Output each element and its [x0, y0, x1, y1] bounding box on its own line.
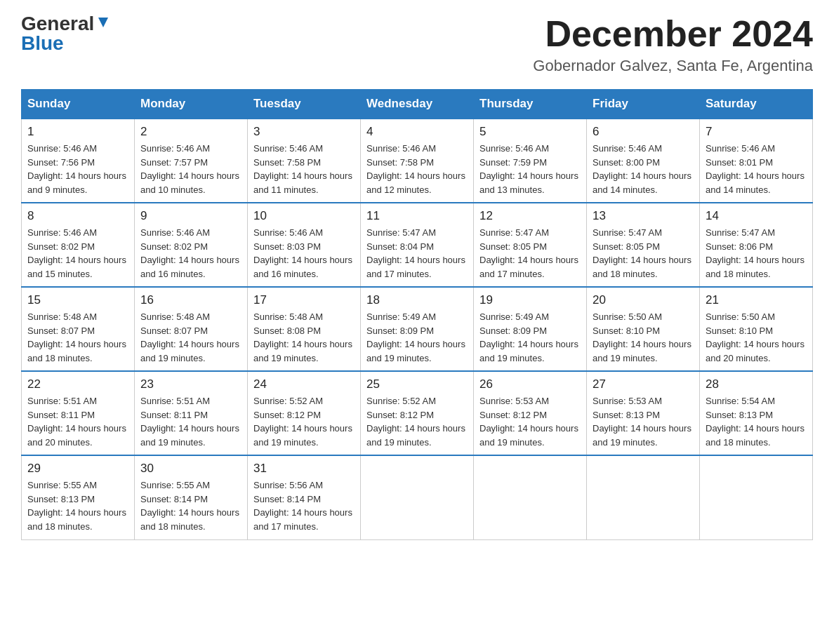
day-number: 19 — [479, 293, 581, 307]
calendar-header-tuesday: Tuesday — [248, 90, 361, 119]
calendar-day-cell: 6 Sunrise: 5:46 AMSunset: 8:00 PMDayligh… — [587, 119, 700, 203]
calendar-day-cell: 30 Sunrise: 5:55 AMSunset: 8:14 PMDaylig… — [135, 455, 248, 539]
day-info: Sunrise: 5:52 AMSunset: 8:12 PMDaylight:… — [253, 394, 355, 449]
day-info: Sunrise: 5:48 AMSunset: 8:07 PMDaylight:… — [27, 310, 128, 365]
title-section: December 2024 Gobernador Galvez, Santa F… — [533, 14, 813, 75]
day-info: Sunrise: 5:46 AMSunset: 8:01 PMDaylight:… — [706, 142, 807, 196]
day-number: 3 — [253, 125, 355, 139]
day-info: Sunrise: 5:46 AMSunset: 7:58 PMDaylight:… — [366, 142, 468, 196]
calendar-day-cell — [700, 455, 813, 539]
calendar-week-row: 8 Sunrise: 5:46 AMSunset: 8:02 PMDayligh… — [22, 203, 813, 287]
day-info: Sunrise: 5:46 AMSunset: 8:03 PMDaylight:… — [253, 226, 355, 281]
day-info: Sunrise: 5:56 AMSunset: 8:14 PMDaylight:… — [253, 478, 355, 533]
calendar-day-cell: 9 Sunrise: 5:46 AMSunset: 8:02 PMDayligh… — [135, 203, 248, 287]
day-number: 5 — [479, 125, 581, 139]
calendar-day-cell: 4 Sunrise: 5:46 AMSunset: 7:58 PMDayligh… — [361, 119, 474, 203]
day-info: Sunrise: 5:50 AMSunset: 8:10 PMDaylight:… — [593, 310, 694, 365]
day-number: 4 — [366, 125, 468, 139]
calendar-day-cell: 23 Sunrise: 5:51 AMSunset: 8:11 PMDaylig… — [135, 371, 248, 455]
calendar-header-wednesday: Wednesday — [361, 90, 474, 119]
day-info: Sunrise: 5:47 AMSunset: 8:05 PMDaylight:… — [479, 226, 581, 281]
calendar-day-cell: 21 Sunrise: 5:50 AMSunset: 8:10 PMDaylig… — [700, 287, 813, 371]
calendar-day-cell: 19 Sunrise: 5:49 AMSunset: 8:09 PMDaylig… — [474, 287, 587, 371]
day-number: 24 — [253, 377, 355, 391]
day-info: Sunrise: 5:46 AMSunset: 7:57 PMDaylight:… — [140, 142, 241, 196]
calendar-day-cell: 15 Sunrise: 5:48 AMSunset: 8:07 PMDaylig… — [22, 287, 135, 371]
calendar-week-row: 1 Sunrise: 5:46 AMSunset: 7:56 PMDayligh… — [22, 119, 813, 203]
day-number: 10 — [253, 209, 355, 223]
calendar-day-cell: 22 Sunrise: 5:51 AMSunset: 8:11 PMDaylig… — [22, 371, 135, 455]
calendar-day-cell: 10 Sunrise: 5:46 AMSunset: 8:03 PMDaylig… — [248, 203, 361, 287]
calendar-header-friday: Friday — [587, 90, 700, 119]
day-info: Sunrise: 5:53 AMSunset: 8:13 PMDaylight:… — [593, 394, 694, 449]
svg-marker-0 — [98, 18, 108, 27]
day-info: Sunrise: 5:51 AMSunset: 8:11 PMDaylight:… — [140, 394, 241, 449]
calendar-week-row: 15 Sunrise: 5:48 AMSunset: 8:07 PMDaylig… — [22, 287, 813, 371]
calendar-day-cell: 17 Sunrise: 5:48 AMSunset: 8:08 PMDaylig… — [248, 287, 361, 371]
day-info: Sunrise: 5:47 AMSunset: 8:06 PMDaylight:… — [706, 226, 807, 281]
calendar-day-cell: 14 Sunrise: 5:47 AMSunset: 8:06 PMDaylig… — [700, 203, 813, 287]
logo: General Blue — [21, 14, 111, 53]
day-number: 28 — [706, 377, 807, 391]
calendar-day-cell: 26 Sunrise: 5:53 AMSunset: 8:12 PMDaylig… — [474, 371, 587, 455]
day-number: 14 — [706, 209, 807, 223]
calendar-table: SundayMondayTuesdayWednesdayThursdayFrid… — [21, 89, 813, 540]
day-info: Sunrise: 5:46 AMSunset: 7:59 PMDaylight:… — [479, 142, 581, 196]
day-number: 2 — [140, 125, 241, 139]
calendar-day-cell: 18 Sunrise: 5:49 AMSunset: 8:09 PMDaylig… — [361, 287, 474, 371]
day-info: Sunrise: 5:49 AMSunset: 8:09 PMDaylight:… — [479, 310, 581, 365]
calendar-day-cell: 11 Sunrise: 5:47 AMSunset: 8:04 PMDaylig… — [361, 203, 474, 287]
calendar-day-cell: 12 Sunrise: 5:47 AMSunset: 8:05 PMDaylig… — [474, 203, 587, 287]
page-header: General Blue December 2024 Gobernador Ga… — [21, 14, 813, 75]
day-number: 30 — [140, 462, 241, 476]
calendar-day-cell: 31 Sunrise: 5:56 AMSunset: 8:14 PMDaylig… — [248, 455, 361, 539]
day-number: 15 — [27, 293, 128, 307]
day-number: 7 — [706, 125, 807, 139]
day-number: 11 — [366, 209, 468, 223]
day-number: 16 — [140, 293, 241, 307]
day-info: Sunrise: 5:46 AMSunset: 8:02 PMDaylight:… — [27, 226, 128, 281]
calendar-day-cell: 3 Sunrise: 5:46 AMSunset: 7:58 PMDayligh… — [248, 119, 361, 203]
day-number: 9 — [140, 209, 241, 223]
day-number: 29 — [27, 462, 128, 476]
day-info: Sunrise: 5:47 AMSunset: 8:04 PMDaylight:… — [366, 226, 468, 281]
day-number: 20 — [593, 293, 694, 307]
calendar-week-row: 22 Sunrise: 5:51 AMSunset: 8:11 PMDaylig… — [22, 371, 813, 455]
location-subtitle: Gobernador Galvez, Santa Fe, Argentina — [533, 57, 813, 75]
day-number: 1 — [27, 125, 128, 139]
calendar-day-cell — [474, 455, 587, 539]
calendar-day-cell: 29 Sunrise: 5:55 AMSunset: 8:13 PMDaylig… — [22, 455, 135, 539]
calendar-day-cell: 7 Sunrise: 5:46 AMSunset: 8:01 PMDayligh… — [700, 119, 813, 203]
day-number: 18 — [366, 293, 468, 307]
calendar-day-cell: 28 Sunrise: 5:54 AMSunset: 8:13 PMDaylig… — [700, 371, 813, 455]
calendar-day-cell: 8 Sunrise: 5:46 AMSunset: 8:02 PMDayligh… — [22, 203, 135, 287]
day-number: 21 — [706, 293, 807, 307]
day-info: Sunrise: 5:52 AMSunset: 8:12 PMDaylight:… — [366, 394, 468, 449]
day-info: Sunrise: 5:49 AMSunset: 8:09 PMDaylight:… — [366, 310, 468, 365]
day-number: 23 — [140, 377, 241, 391]
calendar-day-cell: 20 Sunrise: 5:50 AMSunset: 8:10 PMDaylig… — [587, 287, 700, 371]
calendar-day-cell: 13 Sunrise: 5:47 AMSunset: 8:05 PMDaylig… — [587, 203, 700, 287]
day-info: Sunrise: 5:55 AMSunset: 8:14 PMDaylight:… — [140, 478, 241, 533]
calendar-day-cell: 27 Sunrise: 5:53 AMSunset: 8:13 PMDaylig… — [587, 371, 700, 455]
calendar-header-monday: Monday — [135, 90, 248, 119]
logo-arrow-icon — [95, 15, 111, 30]
day-info: Sunrise: 5:54 AMSunset: 8:13 PMDaylight:… — [706, 394, 807, 449]
day-info: Sunrise: 5:46 AMSunset: 7:56 PMDaylight:… — [27, 142, 128, 196]
day-info: Sunrise: 5:46 AMSunset: 8:00 PMDaylight:… — [593, 142, 694, 196]
calendar-header-sunday: Sunday — [22, 90, 135, 119]
month-title: December 2024 — [533, 14, 813, 54]
day-info: Sunrise: 5:48 AMSunset: 8:08 PMDaylight:… — [253, 310, 355, 365]
day-number: 13 — [593, 209, 694, 223]
day-number: 17 — [253, 293, 355, 307]
logo-blue-text: Blue — [21, 32, 64, 54]
day-number: 8 — [27, 209, 128, 223]
calendar-header-row: SundayMondayTuesdayWednesdayThursdayFrid… — [22, 90, 813, 119]
calendar-day-cell: 24 Sunrise: 5:52 AMSunset: 8:12 PMDaylig… — [248, 371, 361, 455]
day-number: 12 — [479, 209, 581, 223]
day-info: Sunrise: 5:46 AMSunset: 8:02 PMDaylight:… — [140, 226, 241, 281]
day-number: 27 — [593, 377, 694, 391]
day-info: Sunrise: 5:55 AMSunset: 8:13 PMDaylight:… — [27, 478, 128, 533]
day-info: Sunrise: 5:51 AMSunset: 8:11 PMDaylight:… — [27, 394, 128, 449]
calendar-header-saturday: Saturday — [700, 90, 813, 119]
